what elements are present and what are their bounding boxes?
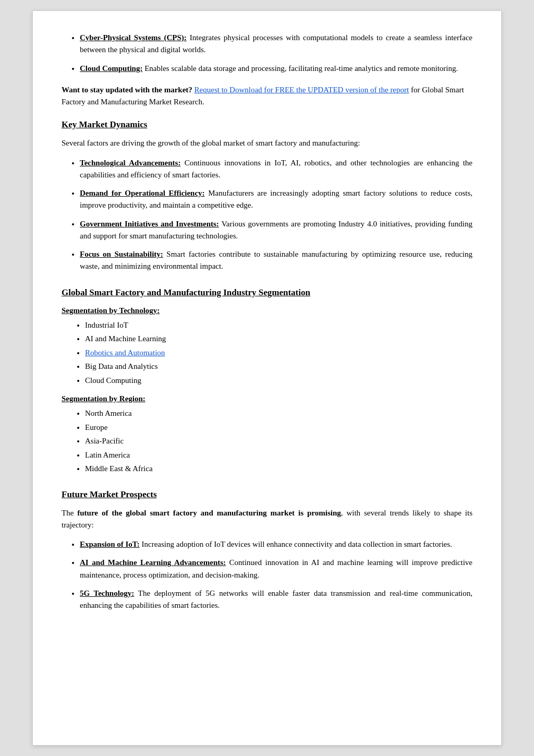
seg-tech-label-cloudcomp: Cloud Computing <box>85 376 141 385</box>
seg-region-list: North America Europe Asia-Pacific Latin … <box>62 407 472 475</box>
seg-region-item-europe: Europe <box>85 422 472 434</box>
kmd-item-demand: Demand for Operational Efficiency: Manuf… <box>80 187 472 212</box>
key-market-dynamics-section: Key Market Dynamics Several factors are … <box>62 119 472 272</box>
future-item-iot: Expansion of IoT: Increasing adoption of… <box>80 538 472 550</box>
seg-region-item-northamerica: North America <box>85 407 472 419</box>
future-intro-prefix: The <box>62 509 77 517</box>
kmd-term-gov: Government Initiatives and Investments: <box>80 220 219 228</box>
seg-tech-link-robotics[interactable]: Robotics and Automation <box>85 349 165 357</box>
kmd-item-tech: Technological Advancements: Continuous i… <box>80 157 472 182</box>
future-item-5g: 5G Technology: The deployment of 5G netw… <box>80 587 472 612</box>
seg-tech-subheading: Segmentation by Technology: <box>62 306 472 315</box>
future-term-iot: Expansion of IoT: <box>80 540 140 548</box>
future-prospects-heading: Future Market Prospects <box>62 489 472 500</box>
segmentation-by-region: Segmentation by Region: North America Eu… <box>62 394 472 475</box>
kmd-term-demand: Demand for Operational Efficiency: <box>80 189 205 197</box>
seg-region-label-asiapacific: Asia-Pacific <box>85 437 124 445</box>
seg-region-item-asiapacific: Asia-Pacific <box>85 435 472 447</box>
seg-region-label-northamerica: North America <box>85 409 132 417</box>
seg-tech-item-robotics: Robotics and Automation <box>85 347 472 359</box>
kmd-term-sustainability: Focus on Sustainability: <box>80 250 163 258</box>
kmd-item-sustainability: Focus on Sustainability: Smart factories… <box>80 248 472 273</box>
seg-region-label-europe: Europe <box>85 423 107 431</box>
future-prospects-intro: The future of the global smart factory a… <box>62 507 472 532</box>
future-prospects-section: Future Market Prospects The future of th… <box>62 489 472 612</box>
seg-region-label-latinamerica: Latin America <box>85 451 130 459</box>
stay-updated-prefix: Want to stay updated with the market? <box>62 86 192 94</box>
intro-section: Cyber-Physical Systems (CPS): Integrates… <box>62 32 472 75</box>
kmd-item-gov: Government Initiatives and Investments: … <box>80 218 472 243</box>
intro-list-item-cps: Cyber-Physical Systems (CPS): Integrates… <box>80 32 472 56</box>
future-term-5g: 5G Technology: <box>80 589 134 597</box>
seg-tech-item-cloudcomp: Cloud Computing <box>85 375 472 387</box>
stay-updated-link[interactable]: Request to Download for FREE the UPDATED… <box>195 86 409 94</box>
seg-region-item-latinamerica: Latin America <box>85 449 472 461</box>
stay-updated-paragraph: Want to stay updated with the market? Re… <box>62 84 472 109</box>
segmentation-heading: Global Smart Factory and Manufacturing I… <box>62 287 472 298</box>
seg-tech-item-iot: Industrial IoT <box>85 319 472 331</box>
intro-bullet-list: Cyber-Physical Systems (CPS): Integrates… <box>62 32 472 75</box>
text-cloud: Enables scalable data storage and proces… <box>142 64 458 73</box>
future-term-ai: AI and Machine Learning Advancements: <box>80 558 226 567</box>
seg-tech-item-ai: AI and Machine Learning <box>85 333 472 345</box>
seg-region-subheading: Segmentation by Region: <box>62 394 472 403</box>
future-item-ai: AI and Machine Learning Advancements: Co… <box>80 557 472 581</box>
key-market-dynamics-intro: Several factors are driving the growth o… <box>62 137 472 149</box>
segmentation-section: Global Smart Factory and Manufacturing I… <box>62 287 472 475</box>
segmentation-by-technology: Segmentation by Technology: Industrial I… <box>62 306 472 387</box>
future-text-iot: Increasing adoption of IoT devices will … <box>140 540 452 548</box>
seg-tech-label-ai: AI and Machine Learning <box>85 334 166 343</box>
term-cloud: Cloud Computing: <box>80 64 142 73</box>
key-market-dynamics-heading: Key Market Dynamics <box>62 119 472 130</box>
future-intro-bold: future of the global smart factory and m… <box>77 509 341 517</box>
seg-tech-list: Industrial IoT AI and Machine Learning R… <box>62 319 472 387</box>
seg-tech-label-iot: Industrial IoT <box>85 321 128 329</box>
seg-region-label-middleeast: Middle East & Africa <box>85 464 153 473</box>
intro-list-item-cloud: Cloud Computing: Enables scalable data s… <box>80 63 472 75</box>
key-market-dynamics-list: Technological Advancements: Continuous i… <box>62 157 472 273</box>
page-container: Cyber-Physical Systems (CPS): Integrates… <box>32 10 502 746</box>
seg-tech-label-bigdata: Big Data and Analytics <box>85 362 158 370</box>
future-prospects-list: Expansion of IoT: Increasing adoption of… <box>62 538 472 611</box>
seg-region-item-middleeast: Middle East & Africa <box>85 463 472 475</box>
term-cps: Cyber-Physical Systems (CPS): <box>80 33 187 42</box>
seg-tech-item-bigdata: Big Data and Analytics <box>85 361 472 373</box>
kmd-term-tech: Technological Advancements: <box>80 159 180 167</box>
future-text-5g: The deployment of 5G networks will enabl… <box>80 589 472 609</box>
